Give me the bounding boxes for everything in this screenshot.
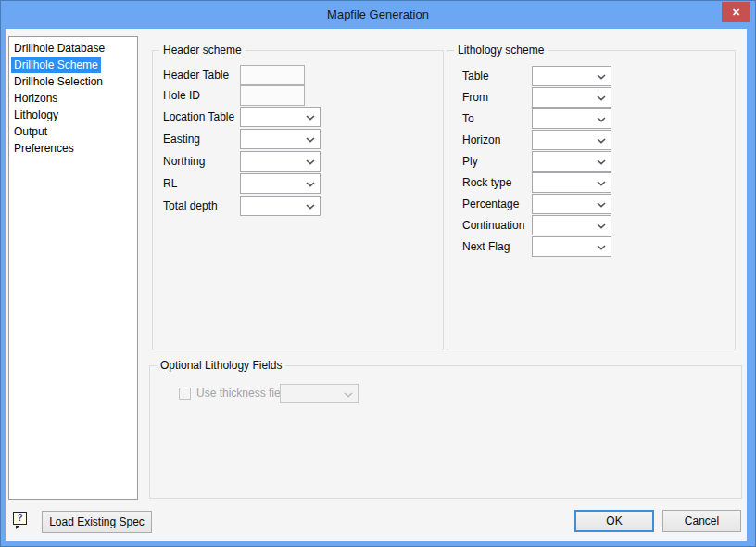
sidebar-item-lithology[interactable]: Lithology [9, 107, 137, 123]
rock-type-label: Rock type [462, 172, 511, 193]
use-thickness-label: Use thickness field [196, 384, 289, 402]
sidebar-item-drillhole-database[interactable]: Drillhole Database [9, 40, 137, 57]
hole-id-input [240, 85, 305, 106]
combo-rl[interactable] [240, 173, 321, 194]
sidebar-item-label: Output [11, 123, 50, 140]
northing-label: Northing [163, 151, 205, 172]
group-lithology-scheme: Lithology scheme Table From To Horizon [447, 50, 736, 350]
table-label: Table [462, 66, 489, 86]
combo-table[interactable] [532, 66, 611, 86]
chevron-down-icon [306, 159, 315, 165]
chevron-down-icon [597, 74, 606, 80]
sidebar-list[interactable]: Drillhole Database Drillhole Scheme Dril… [8, 36, 138, 500]
ply-label: Ply [462, 151, 478, 172]
chevron-down-icon [597, 159, 606, 165]
combo-next-flag[interactable] [532, 236, 611, 257]
help-button[interactable]: ? [13, 512, 30, 530]
combo-northing[interactable] [240, 151, 321, 172]
group-title-header-scheme: Header scheme [159, 43, 246, 57]
dialog-title: Mapfile Generation [1, 7, 755, 21]
header-table-input [240, 65, 305, 85]
chevron-down-icon [597, 245, 606, 250]
ok-button[interactable]: OK [574, 510, 654, 532]
group-optional-lithology-fields: Optional Lithology Fields Use thickness … [149, 365, 742, 499]
horizon-label: Horizon [462, 130, 500, 150]
group-title-optional-fields: Optional Lithology Fields [157, 358, 285, 373]
easting-label: Easting [163, 129, 200, 149]
chevron-down-icon [306, 204, 315, 210]
combo-easting[interactable] [240, 129, 321, 149]
total-depth-label: Total depth [163, 196, 218, 216]
chevron-down-icon [597, 95, 606, 101]
sidebar-item-drillhole-scheme[interactable]: Drillhole Scheme [9, 57, 137, 73]
combo-from[interactable] [532, 87, 611, 108]
group-title-lithology-scheme: Lithology scheme [454, 43, 548, 57]
from-label: From [462, 87, 488, 108]
next-flag-label: Next Flag [462, 236, 510, 257]
chevron-down-icon [597, 181, 606, 186]
sidebar-item-horizons[interactable]: Horizons [9, 90, 137, 107]
combo-total-depth[interactable] [240, 196, 321, 216]
question-icon-tail [16, 526, 19, 529]
chevron-down-icon [597, 117, 606, 122]
combo-to[interactable] [532, 108, 611, 129]
sidebar-item-drillhole-selection[interactable]: Drillhole Selection [9, 73, 137, 90]
sidebar-item-label: Preferences [11, 140, 77, 157]
thickness-field-combo [280, 384, 359, 403]
title-bar[interactable]: Mapfile Generation ✕ [1, 1, 755, 29]
chevron-down-icon [597, 138, 606, 144]
close-button[interactable]: ✕ [722, 2, 750, 22]
hole-id-label: Hole ID [163, 85, 200, 106]
sidebar-item-label: Drillhole Database [11, 40, 107, 57]
continuation-label: Continuation [462, 215, 524, 235]
chevron-down-icon [597, 223, 606, 229]
combo-horizon[interactable] [532, 130, 611, 150]
header-table-label: Header Table [163, 65, 229, 85]
chevron-down-icon [306, 137, 315, 143]
sidebar-item-label: Horizons [11, 90, 60, 107]
sidebar-item-label: Lithology [11, 107, 61, 123]
mapfile-generation-dialog: Mapfile Generation ✕ Drillhole Database … [0, 0, 756, 547]
sidebar-item-preferences[interactable]: Preferences [9, 140, 137, 157]
load-existing-spec-button[interactable]: Load Existing Spec [42, 511, 152, 533]
rl-label: RL [163, 173, 177, 194]
group-header-scheme: Header scheme Header Table Hole ID Locat… [152, 50, 444, 350]
location-table-label: Location Table [163, 107, 234, 127]
percentage-label: Percentage [462, 194, 519, 214]
cancel-button[interactable]: Cancel [662, 510, 741, 532]
combo-percentage[interactable] [532, 194, 611, 214]
sidebar-item-label: Drillhole Selection [11, 73, 106, 90]
sidebar-item-output[interactable]: Output [9, 123, 137, 140]
combo-location-table[interactable] [240, 107, 321, 127]
chevron-down-icon [306, 182, 315, 187]
combo-continuation[interactable] [532, 215, 611, 235]
client-area: Drillhole Database Drillhole Scheme Dril… [6, 29, 747, 541]
sidebar-item-label: Drillhole Scheme [11, 57, 101, 73]
combo-ply[interactable] [532, 151, 611, 172]
use-thickness-checkbox [179, 388, 191, 400]
to-label: To [462, 108, 474, 129]
chevron-down-icon [597, 202, 606, 208]
combo-rock-type[interactable] [532, 172, 611, 193]
chevron-down-icon [344, 392, 353, 398]
close-icon: ✕ [732, 6, 740, 19]
chevron-down-icon [306, 115, 315, 121]
question-icon: ? [13, 512, 27, 525]
